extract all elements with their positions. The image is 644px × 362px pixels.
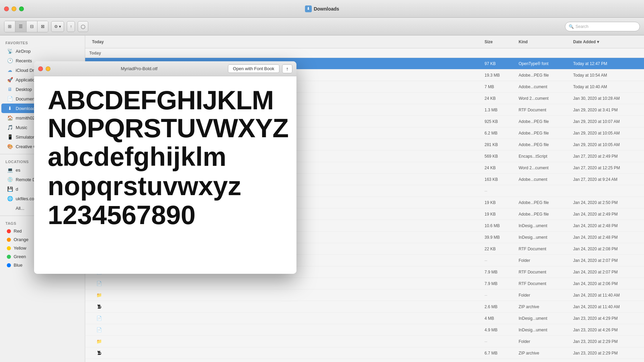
search-icon: 🔍 [569,24,574,29]
es-label: es [16,168,20,173]
file-kind: ZIP archive [515,351,569,356]
table-row[interactable]: 🗜 2.6 MB ZIP archive Jan 24, 2020 at 11:… [85,301,644,313]
desktop-label: Desktop [16,87,32,92]
file-date: Jan 29, 2020 at 10:05 AM [569,142,644,147]
window-title: ⬇ Downloads [305,5,339,12]
file-date: Jan 29, 2020 at 10:07 AM [569,119,644,124]
search-box[interactable]: 🔍 Search [565,22,640,31]
file-icon: 📁 [96,292,102,298]
file-size: 281 KB [480,142,515,147]
green-tag-dot [7,255,11,259]
file-icon: 📁 [96,339,102,345]
open-with-font-book-btn[interactable]: Open with Font Book [228,64,279,73]
green-tag-label: Green [14,254,26,259]
file-kind: Word 2...cument [515,166,569,170]
table-row[interactable]: 📁 -- Folder Jan 23, 2020 at 2:29 PM [85,336,644,347]
file-date: Jan 24, 2020 at 11:40 AM [569,293,644,298]
file-size: 2.6 MB [480,304,515,309]
file-icon: 📄 [96,315,102,321]
file-icon: 📄 [96,281,102,287]
file-date: Jan 27, 2020 at 9:24 AM [569,177,644,182]
file-date: Jan 24, 2020 at 11:40 AM [569,304,644,309]
table-row[interactable]: 📁 -- Folder Jan 23, 2020 at 1:00 PM [85,359,644,362]
airdrop-label: AirDrop [16,49,31,54]
documents-icon: 📄 [7,96,13,102]
file-kind: Adobe...cument [515,84,569,89]
action-menu-btn[interactable]: ⚙ ▾ [51,21,64,32]
file-size: 97 KB [480,61,515,66]
file-size: 6.7 MB [480,351,515,356]
font-preview-header: MyriadPro-Bold.otf Open with Font Book ↑ [34,61,296,76]
file-date: Jan 23, 2020 at 2:29 PM [569,339,644,344]
file-size: 24 KB [480,96,515,101]
col-header-date[interactable]: Date Added ▾ [569,35,644,48]
table-row[interactable]: 📄 4 MB InDesig...ument Jan 23, 2020 at 4… [85,313,644,324]
icloud-icon: ☁ [7,67,13,73]
table-row[interactable]: 📁 -- Folder Jan 24, 2020 at 11:40 AM [85,289,644,301]
file-size: 1.3 MB [480,108,515,112]
minimize-button[interactable] [12,6,16,11]
file-size: 19 KB [480,212,515,217]
table-row[interactable]: 📄 4.9 MB InDesig...ument Jan 23, 2020 at… [85,324,644,336]
share-btn[interactable]: ↑ [67,21,75,32]
file-size: 19.3 MB [480,73,515,78]
file-kind: Adobe...PEG file [515,119,569,124]
font-preview-modal: MyriadPro-Bold.otf Open with Font Book ↑… [34,61,296,274]
file-size: 163 KB [480,177,515,182]
file-kind: Adobe...PEG file [515,142,569,147]
title-bar: ⬇ Downloads [0,0,644,18]
es-icon: 💻 [7,167,13,173]
file-kind: Folder [515,339,569,344]
col-header-name[interactable]: Today [85,35,480,48]
sidebar-item-airdrop[interactable]: 📡 AirDrop [1,46,83,56]
d-icon: 💾 [7,186,13,192]
yellow-tag-label: Yellow [14,246,26,251]
blue-tag-label: Blue [14,263,22,268]
icon-view-btn[interactable]: ⊞ [4,21,15,32]
file-kind: InDesig...ument [515,328,569,332]
view-toggle-group: ⊞ ☰ ⊟ ⊠ [4,21,48,32]
simulator-icon: 📱 [7,134,13,140]
file-date: Jan 24, 2020 at 2:07 PM [569,270,644,274]
table-row[interactable]: 🗜 6.7 MB ZIP archive Jan 23, 2020 at 2:2… [85,347,644,359]
file-kind: Word 2...cument [515,96,569,101]
list-view-btn[interactable]: ☰ [15,21,27,32]
font-preview-controls [38,66,50,71]
file-kind: Folder [515,293,569,298]
column-view-btn[interactable]: ⊟ [27,21,37,32]
ukfiles-icon: 🌐 [7,195,13,202]
file-date: Today at 12:47 PM [569,61,644,66]
file-icon: 🗜 [96,304,102,310]
font-preview-close-btn[interactable] [38,66,43,71]
font-preview-line-1: ABCDEFGHIJKLM [48,86,283,114]
font-preview-line-5: 1234567890 [48,201,283,230]
file-date: Jan 24, 2020 at 2:49 PM [569,212,644,217]
file-date: Today at 10:54 AM [569,73,644,78]
tag-btn[interactable]: ◯ [78,21,88,32]
file-size: -- [480,339,515,344]
file-size: 10.6 MB [480,223,515,228]
msmith-icon: 🏠 [7,115,13,121]
font-preview-minimize-btn[interactable] [46,66,50,71]
file-list-header: Today Size Kind Date Added ▾ [85,35,644,48]
file-date: Jan 29, 2020 at 3:41 PM [569,108,644,112]
font-preview-line-3: abcdefghijklm [48,142,283,172]
file-size: -- [480,189,515,193]
file-date: Jan 24, 2020 at 2:06 PM [569,281,644,286]
cover-view-btn[interactable]: ⊠ [37,21,48,32]
font-preview-share-btn[interactable]: ↑ [282,64,292,73]
file-kind: RTF Document [515,247,569,251]
file-size: 4.9 MB [480,328,515,332]
maximize-button[interactable] [19,6,24,11]
col-header-kind[interactable]: Kind [515,35,569,48]
file-kind: RTF Document [515,281,569,286]
yellow-tag-dot [7,246,11,250]
file-icon: 📄 [96,327,102,333]
font-preview-body: ABCDEFGHIJKLM NOPQRSTUVWXYZ abcdefghijkl… [34,76,296,274]
col-header-size[interactable]: Size [480,35,515,48]
table-row[interactable]: 📄 7.9 MB RTF Document Jan 24, 2020 at 2:… [85,278,644,289]
recents-icon: 🕐 [7,58,13,64]
close-button[interactable] [4,6,9,11]
file-kind: Adobe...PEG file [515,131,569,136]
blue-tag-dot [7,263,11,267]
